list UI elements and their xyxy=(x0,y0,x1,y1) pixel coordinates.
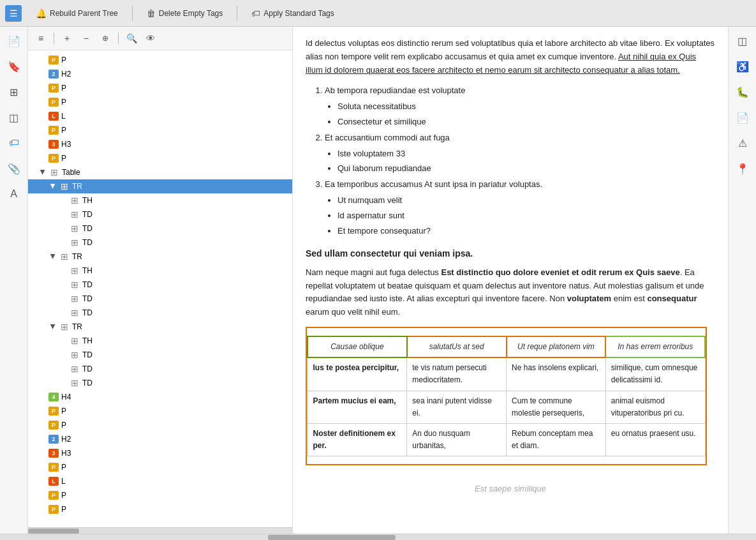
tr1-grid-icon: ⊞ xyxy=(59,181,70,191)
tree-item-tr1[interactable]: ▶ ⊞ TR xyxy=(28,179,292,193)
tree-item-p2[interactable]: ▶ P P xyxy=(28,81,292,95)
page-nav-icon[interactable]: 📄 xyxy=(5,32,23,50)
label-th2: TH xyxy=(82,266,93,275)
table-td-1-4: similique, cum omnesque delicatissimi id… xyxy=(605,357,705,391)
list-item-3: Ea temporibus accusamus At sunt ipsa in … xyxy=(325,178,715,237)
tree-item-h2-2[interactable]: ▶ 2 H2 xyxy=(28,432,292,446)
tree-item-h3-1[interactable]: ▶ 3 H3 xyxy=(28,137,292,151)
table-td-2-2: sea inani putent vidisse ei. xyxy=(407,391,507,423)
font-nav-icon[interactable]: A xyxy=(5,185,23,203)
badge-h3-1: 3 xyxy=(48,140,59,149)
tree-item-p6[interactable]: ▶ P P xyxy=(28,404,292,418)
accessibility-right-icon[interactable]: ♿ xyxy=(734,57,752,75)
doc-paragraph-1: Id delectus voluptas eos distinctio reru… xyxy=(306,37,715,77)
sublist-3-item-2: Id aspernatur sunt xyxy=(337,209,715,223)
tree-item-td2-2[interactable]: ▶ ⊞ TD xyxy=(28,292,292,306)
label-tr1: TR xyxy=(72,182,82,191)
label-table1: Table xyxy=(62,168,80,177)
thumbnail-nav-icon[interactable]: ⊞ xyxy=(5,83,23,101)
doc-heading-2: Sed ullam consectetur qui veniam ipsa. xyxy=(306,246,715,260)
link-tag-button[interactable]: ⊕ xyxy=(98,31,113,46)
bug-right-icon[interactable]: 🐛 xyxy=(734,83,752,101)
td3-1-grid-icon: ⊞ xyxy=(69,350,80,360)
tree-item-p1[interactable]: ▶ P P xyxy=(28,53,292,67)
badge-p8: P xyxy=(48,463,59,472)
badge-h4-1: 4 xyxy=(48,393,59,401)
tree-item-table1[interactable]: ▶ ⊞ Table xyxy=(28,165,292,179)
layers-right-icon[interactable]: ◫ xyxy=(734,32,752,50)
hamburger-icon: ☰ xyxy=(10,8,18,19)
tree-item-tr3[interactable]: ▶ ⊞ TR xyxy=(28,320,292,334)
table-th-1: Causae oblique xyxy=(308,336,407,357)
label-p4: P xyxy=(61,126,66,135)
tree-item-td3-3[interactable]: ▶ ⊞ TD xyxy=(28,376,292,390)
tree-item-th3[interactable]: ▶ ⊞ TH xyxy=(28,334,292,348)
attachment-nav-icon[interactable]: 📎 xyxy=(5,160,23,177)
tree-item-tr2[interactable]: ▶ ⊞ TR xyxy=(28,250,292,264)
label-th1: TH xyxy=(82,196,93,205)
td1-3-grid-icon: ⊞ xyxy=(69,237,80,248)
table-td-1-1: lus te postea percipitur, xyxy=(308,357,407,391)
search-tree-button[interactable]: 🔍 xyxy=(124,31,139,46)
table-header-row: Causae oblique salutatUs at sed Ut reque… xyxy=(308,336,705,357)
tree-item-th2[interactable]: ▶ ⊞ TH xyxy=(28,264,292,278)
label-l1: L xyxy=(61,112,66,121)
tree-item-th1[interactable]: ▶ ⊞ TH xyxy=(28,193,292,207)
tree-item-td3-1[interactable]: ▶ ⊞ TD xyxy=(28,348,292,362)
tree-item-p7[interactable]: ▶ P P xyxy=(28,418,292,432)
chevron-tr1[interactable]: ▶ xyxy=(48,181,59,191)
chevron-tr3[interactable]: ▶ xyxy=(48,322,59,332)
layers-nav-icon[interactable]: ◫ xyxy=(5,109,23,126)
rebuild-parent-tree-button[interactable]: 🔔 Rebuild Parent Tree xyxy=(32,6,122,21)
chevron-table1[interactable]: ▶ xyxy=(38,167,48,177)
tree-item-p4[interactable]: ▶ P P xyxy=(28,123,292,137)
bookmark-nav-icon[interactable]: 🔖 xyxy=(5,57,23,75)
label-td1-3: TD xyxy=(82,238,93,247)
tree-item-td2-1[interactable]: ▶ ⊞ TD xyxy=(28,278,292,292)
apply-standard-tags-button[interactable]: 🏷 Apply Standard Tags xyxy=(248,6,338,21)
tree-item-h4-1[interactable]: ▶ 4 H4 xyxy=(28,390,292,404)
tag-nav-icon[interactable]: 🏷 xyxy=(5,134,23,152)
menu-button[interactable]: ☰ xyxy=(5,5,22,22)
collapse-all-button[interactable]: ≡ xyxy=(33,31,48,46)
tree-scrollbar-thumb[interactable] xyxy=(28,529,79,534)
tree-item-td3-2[interactable]: ▶ ⊞ TD xyxy=(28,362,292,376)
file-right-icon[interactable]: 📄 xyxy=(734,109,752,126)
td2-2-grid-icon: ⊞ xyxy=(69,294,80,304)
tree-item-h2-1[interactable]: ▶ 2 H2 xyxy=(28,67,292,81)
sublist-1-item-2: Consectetur et similique xyxy=(337,116,715,129)
tree-item-p3[interactable]: ▶ P P xyxy=(28,95,292,109)
location-right-icon[interactable]: 📍 xyxy=(734,160,752,177)
alert-right-icon[interactable]: ⚠ xyxy=(734,134,752,152)
tree-item-td1-2[interactable]: ▶ ⊞ TD xyxy=(28,221,292,236)
tree-item-l2[interactable]: ▶ L L xyxy=(28,474,292,488)
tree-item-td1-1[interactable]: ▶ ⊞ TD xyxy=(28,207,292,221)
bottom-scrollbar[interactable] xyxy=(0,534,756,540)
badge-l1: L xyxy=(48,112,59,121)
table-td-2-3: Cum te commune molestie persequeris, xyxy=(507,391,606,423)
tree-item-p5[interactable]: ▶ P P xyxy=(28,151,292,165)
remove-tag-button[interactable]: − xyxy=(78,31,94,46)
th1-grid-icon: ⊞ xyxy=(69,195,80,206)
tree-item-p9[interactable]: ▶ P P xyxy=(28,488,292,502)
delete-empty-tags-button[interactable]: 🗑 Delete Empty Tags xyxy=(143,6,227,21)
tree-item-p8[interactable]: ▶ P P xyxy=(28,460,292,474)
tree-content[interactable]: ▶ P P ▶ 2 H2 ▶ P P xyxy=(28,50,292,527)
eye-button[interactable]: 👁 xyxy=(143,31,158,46)
tree-item-td1-3[interactable]: ▶ ⊞ TD xyxy=(28,236,292,250)
bottom-scrollbar-thumb[interactable] xyxy=(268,535,396,540)
sublist-1-item-1: Soluta necessitatibus xyxy=(337,100,715,114)
label-p10: P xyxy=(61,505,66,514)
table-row-1: lus te postea percipitur, te vis natum p… xyxy=(308,357,705,391)
badge-p10: P xyxy=(48,505,59,514)
sublist-3: Ut numquam velit Id aspernatur sunt Et t… xyxy=(337,194,715,237)
chevron-tr2[interactable]: ▶ xyxy=(48,251,59,262)
tree-item-l1[interactable]: ▶ L L xyxy=(28,109,292,123)
table-td-1-3: Ne has insolens explicari, xyxy=(507,357,606,391)
td3-2-grid-icon: ⊞ xyxy=(69,364,80,374)
tree-item-td2-3[interactable]: ▶ ⊞ TD xyxy=(28,306,292,320)
tree-item-p10[interactable]: ▶ P P xyxy=(28,502,292,516)
add-tag-button[interactable]: + xyxy=(59,31,75,46)
tree-horizontal-scrollbar[interactable] xyxy=(28,527,292,534)
tree-item-h3-2[interactable]: ▶ 3 H3 xyxy=(28,446,292,460)
